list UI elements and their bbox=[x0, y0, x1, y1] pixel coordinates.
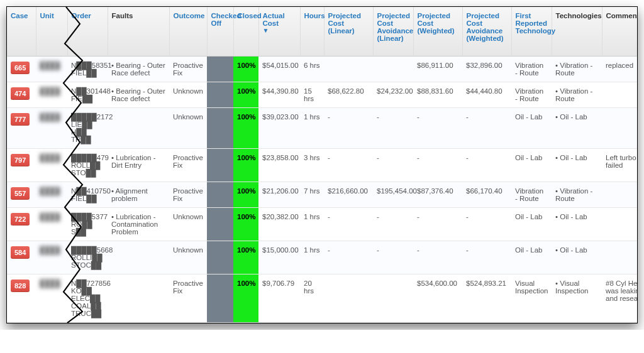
sort-descending-icon: ▼ bbox=[263, 27, 296, 34]
header-closed[interactable]: Closed bbox=[233, 7, 258, 57]
cell-proj-avoid-linear bbox=[373, 57, 413, 82]
cell-order: █████479 ROLL██ STO██ bbox=[67, 149, 108, 182]
cell-first-tech: Vibration - Route bbox=[511, 182, 552, 208]
cell-faults: • Bearing - Outer Race defect bbox=[108, 82, 169, 108]
cell-case[interactable]: 828 bbox=[7, 274, 36, 323]
cell-proj-avoid-linear bbox=[373, 274, 413, 323]
unit-obscured: ████ bbox=[40, 154, 60, 161]
cell-checked-off bbox=[207, 57, 233, 82]
cell-proj-linear: - bbox=[324, 208, 373, 241]
cell-actual-cost: $15,000.00 bbox=[258, 241, 300, 274]
cell-case[interactable]: 557 bbox=[7, 182, 36, 208]
cell-closed: 100% bbox=[233, 241, 258, 274]
case-badge[interactable]: 722 bbox=[11, 213, 30, 225]
cell-proj-linear: - bbox=[324, 108, 373, 149]
cell-proj-avoid-weighted: $44,440.80 bbox=[462, 82, 511, 108]
cell-proj-avoid-linear: $195,454.00 bbox=[373, 182, 413, 208]
cell-proj-weighted: - bbox=[413, 108, 462, 149]
cell-unit: ████ bbox=[36, 182, 67, 208]
table-row[interactable]: 665████N███58351 FIEL██• Bearing - Outer… bbox=[7, 57, 638, 82]
cell-technologies: • Visual Inspection bbox=[552, 274, 602, 323]
cell-proj-weighted: $87,376.40 bbox=[413, 182, 462, 208]
cell-proj-weighted: - bbox=[413, 149, 462, 182]
cell-actual-cost: $39,023.00 bbox=[258, 108, 300, 149]
cell-first-tech: Visual Inspection bbox=[511, 274, 552, 323]
header-checked-off[interactable]: Checked Off bbox=[207, 7, 233, 57]
header-order[interactable]: Order bbox=[67, 7, 108, 57]
cell-technologies: • Oil - Lab bbox=[552, 149, 602, 182]
table-row[interactable]: 584█████████5668 ROLLI██ STOC██Unknown10… bbox=[7, 241, 638, 274]
table-row[interactable]: 722████████5377 RO██ S██• Lubrication - … bbox=[7, 208, 638, 241]
cell-comments bbox=[602, 208, 638, 241]
header-projected-weighted[interactable]: Projected Cost (Weighted) bbox=[413, 7, 462, 57]
cell-case[interactable]: 474 bbox=[7, 82, 36, 108]
header-technologies[interactable]: Technologies bbox=[552, 7, 602, 57]
cell-closed: 100% bbox=[233, 182, 258, 208]
cell-case[interactable]: 777 bbox=[7, 108, 36, 149]
table-row[interactable]: 797█████████479 ROLL██ STO██• Lubricatio… bbox=[7, 149, 638, 182]
cell-order: N██727856 KO██ ELEC██ COAL██ TRUC██ bbox=[67, 274, 108, 323]
cell-faults: • Alignment problem bbox=[108, 182, 169, 208]
cell-technologies: • Oil - Lab bbox=[552, 108, 602, 149]
case-badge[interactable]: 828 bbox=[11, 280, 30, 292]
cell-hours: 1 hrs bbox=[300, 108, 324, 149]
cell-checked-off bbox=[207, 82, 233, 108]
header-first-tech[interactable]: First Reported Technology bbox=[511, 7, 552, 57]
cell-proj-avoid-weighted: - bbox=[462, 241, 511, 274]
cell-proj-avoid-linear: - bbox=[373, 149, 413, 182]
cell-order: N███58351 FIEL██ bbox=[67, 57, 108, 82]
case-badge[interactable]: 777 bbox=[11, 113, 30, 126]
cell-closed: 100% bbox=[233, 82, 258, 108]
cell-faults bbox=[108, 274, 169, 323]
cell-checked-off bbox=[207, 149, 233, 182]
cell-comments bbox=[602, 241, 638, 274]
case-badge[interactable]: 665 bbox=[11, 62, 30, 74]
header-hours[interactable]: Hours bbox=[300, 7, 324, 57]
cell-case[interactable]: 797 bbox=[7, 149, 36, 182]
unit-obscured: ████ bbox=[40, 280, 60, 287]
cell-proj-weighted: - bbox=[413, 208, 462, 241]
cell-faults bbox=[108, 241, 169, 274]
case-badge[interactable]: 797 bbox=[11, 154, 30, 166]
case-badge[interactable]: 557 bbox=[11, 187, 30, 200]
unit-obscured: ████ bbox=[40, 187, 60, 195]
cell-proj-avoid-linear: $24,232.00 bbox=[373, 82, 413, 108]
header-outcome[interactable]: Outcome bbox=[169, 7, 207, 57]
cell-comments: #8 Cyl Head was leaking and resealed bbox=[602, 274, 638, 323]
header-projected-avoid-weighted[interactable]: Projected Cost Avoidance (Weighted) bbox=[462, 7, 511, 57]
cell-actual-cost: $23,858.00 bbox=[258, 149, 300, 182]
header-projected-avoid-linear[interactable]: Projected Cost Avoidance (Linear) bbox=[373, 7, 413, 57]
table-row[interactable]: 777█████████2172 LIE██ H██ TR██Unknown10… bbox=[7, 108, 638, 149]
cell-comments bbox=[602, 108, 638, 149]
case-badge[interactable]: 584 bbox=[11, 246, 30, 259]
cell-proj-weighted: $88,831.60 bbox=[413, 82, 462, 108]
cell-proj-avoid-weighted: $32,896.00 bbox=[462, 57, 511, 82]
case-badge[interactable]: 474 bbox=[11, 87, 30, 100]
header-case[interactable]: Case bbox=[7, 7, 36, 57]
header-comments[interactable]: Comments bbox=[602, 7, 638, 57]
cell-case[interactable]: 665 bbox=[7, 57, 36, 82]
cell-proj-linear: $68,622.80 bbox=[324, 82, 373, 108]
cell-actual-cost: $44,390.80 bbox=[258, 82, 300, 108]
cell-first-tech: Oil - Lab bbox=[511, 241, 552, 274]
header-faults[interactable]: Faults bbox=[108, 7, 169, 57]
cell-order: █████2172 LIE██ H██ TR██ bbox=[67, 108, 108, 149]
header-projected-linear[interactable]: Projected Cost (Linear) bbox=[324, 7, 373, 57]
header-unit[interactable]: Unit bbox=[36, 7, 67, 57]
cell-proj-linear: - bbox=[324, 241, 373, 274]
table-row[interactable]: 557████N██410750 FIEL██• Alignment probl… bbox=[7, 182, 638, 208]
table-row[interactable]: 474████N██301448 FIE██• Bearing - Outer … bbox=[7, 82, 638, 108]
cell-outcome: Unknown bbox=[169, 108, 207, 149]
cell-case[interactable]: 722 bbox=[7, 208, 36, 241]
table-row[interactable]: 828████N██727856 KO██ ELEC██ COAL██ TRUC… bbox=[7, 274, 638, 323]
cell-case[interactable]: 584 bbox=[7, 241, 36, 274]
header-actual-cost[interactable]: Actual Cost ▼ bbox=[258, 7, 300, 57]
cell-proj-avoid-weighted: - bbox=[462, 108, 511, 149]
cell-proj-linear bbox=[324, 57, 373, 82]
cell-unit: ████ bbox=[36, 241, 67, 274]
cell-technologies: • Oil - Lab bbox=[552, 241, 602, 274]
cell-outcome: Unknown bbox=[169, 208, 207, 241]
case-report-table: Case Unit Order Faults Outcome Checked O… bbox=[7, 7, 638, 323]
cell-first-tech: Oil - Lab bbox=[511, 108, 552, 149]
cell-order: N██410750 FIEL██ bbox=[67, 182, 108, 208]
